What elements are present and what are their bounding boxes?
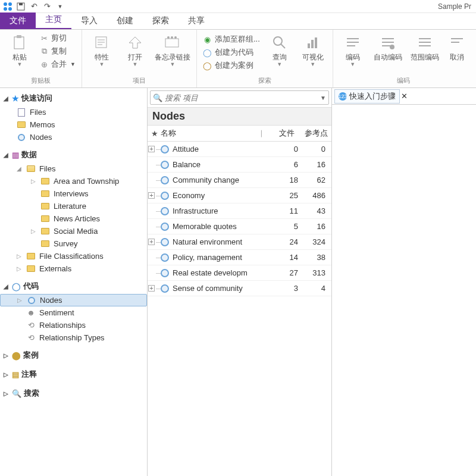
nav-header-notes[interactable]: ▷▤注释 [0,367,147,382]
create-code-button[interactable]: ◯创建为代码 [202,46,261,58]
nav-item-label: Literature [54,202,86,211]
tree-line: — [156,192,159,199]
collapse-icon[interactable]: ◢ [17,165,23,172]
nav-section-search: ▷🔍搜索 [0,386,147,401]
expand-icon[interactable]: ▷ [31,178,37,184]
nav-header-search[interactable]: ▷🔍搜索 [0,386,147,401]
tab-explore[interactable]: 探索 [143,12,178,29]
expand-icon[interactable]: + [148,192,155,199]
nav-item-relationships[interactable]: ⟲Relationships [0,319,147,331]
query-button[interactable]: 查询 ▼ [265,32,295,67]
search-box[interactable]: 🔍 ▼ [150,90,329,105]
properties-button[interactable]: 特性 ▼ [87,32,117,67]
cancel-code-button[interactable]: 取消 [445,32,469,61]
nav-header-cases[interactable]: ▷⬤案例 [0,347,147,363]
node-name: Economy [173,191,270,200]
tree-line: — [156,270,159,276]
expand-icon[interactable]: ▷ [17,297,23,303]
app-icon [2,1,13,12]
expand-icon[interactable]: ▷ [17,253,23,259]
search-input[interactable] [165,93,320,102]
open-label: 打开 [128,54,142,61]
column-header-name[interactable]: ★名称▏ [148,126,270,141]
cut-button[interactable]: ✂剪切 [38,32,77,44]
nav-item-quick-files[interactable]: Files [0,106,147,118]
tab-file[interactable]: 文件 [0,12,36,29]
node-ref-count: 313 [298,268,331,277]
node-row[interactable]: —Community change1862 [148,173,331,188]
nav-item-survey[interactable]: Survey [0,237,147,250]
cut-label: 剪切 [51,33,67,43]
expand-icon[interactable]: + [148,146,155,152]
node-row[interactable]: +—Natural environment24324 [148,234,331,250]
memo-link-button[interactable]: 备忘录链接 ▼ [154,32,192,67]
folder-icon [40,202,50,211]
expand-icon[interactable]: + [148,285,155,292]
tab-import[interactable]: 导入 [71,12,107,29]
copy-button[interactable]: ⧉复制 [38,45,77,57]
qat-dropdown-icon[interactable]: ▼ [55,1,65,12]
node-row[interactable]: —Infrastructure1143 [148,203,331,219]
relationship-icon: ⟲ [26,321,36,330]
database-icon: ▥ [12,151,19,159]
add-to-group-button[interactable]: ◉添加至群组... [202,33,261,45]
node-row[interactable]: —Memorable quotes516 [148,219,331,234]
nav-header-quick[interactable]: ◢ ★ 快速访问 [0,90,147,106]
node-row[interactable]: —Balance616 [148,157,331,173]
nav-item-file-classifications[interactable]: ▷File Classifications [0,250,147,262]
undo-icon[interactable]: ↶ [29,1,39,12]
redo-icon[interactable]: ↷ [42,1,52,12]
open-button[interactable]: 打开 ▼ [120,32,150,67]
nav-item-quick-nodes[interactable]: Nodes [0,131,147,143]
relationship-types-icon: ⟲ [26,334,36,342]
chart-icon [303,33,322,52]
close-tab-icon[interactable]: ✕ [401,92,408,101]
node-name: Real estate developm [173,268,270,277]
code-button[interactable]: 编码 ▼ [338,32,368,67]
tree-line: — [156,208,159,214]
nav-item-quick-memos[interactable]: Memos [0,118,147,131]
nav-item-social[interactable]: ▷Social Media [0,225,147,237]
chevron-down-icon: ▼ [17,61,23,67]
navigation-panel: ◢ ★ 快速访问 Files Memos Nodes ◢ ▥ 数据 ◢Files… [0,88,148,476]
nav-item-literature[interactable]: Literature [0,200,147,212]
nav-item-news[interactable]: News Articles [0,212,147,225]
save-icon[interactable] [15,1,26,12]
node-row[interactable]: —Policy, management1438 [148,250,331,265]
node-row[interactable]: +—Attitude00 [148,142,331,157]
nav-item-externals[interactable]: ▷Externals [0,262,147,275]
node-row[interactable]: —Real estate developm27313 [148,265,331,281]
create-case-button[interactable]: ◯创建为案例 [202,60,261,71]
detail-tab[interactable]: 123 快速入门步骤 [334,89,400,104]
tab-home[interactable]: 主页 [36,11,71,29]
nav-item-files[interactable]: ◢Files [0,162,147,175]
column-header-file[interactable]: 文件 [270,126,298,141]
nav-header-data[interactable]: ◢ ▥ 数据 [0,147,147,162]
tab-share[interactable]: 共享 [178,12,214,29]
nav-item-nodes[interactable]: ▷Nodes [0,294,147,306]
merge-button[interactable]: ⊕合并▼ [38,58,77,70]
code-section-icon: ◯ [12,282,21,291]
nav-item-area[interactable]: ▷Area and Township [0,175,147,187]
expand-icon[interactable]: + [148,239,155,245]
svg-rect-20 [315,37,317,48]
visualize-button[interactable]: 可视化 ▼ [298,32,328,67]
node-name: Natural environment [173,237,270,246]
node-row[interactable]: +—Economy25486 [148,188,331,203]
nav-item-label: Social Media [54,227,98,236]
chevron-down-icon: ▼ [310,61,315,67]
paste-button[interactable]: 粘贴 ▼ [5,32,35,67]
autocode-button[interactable]: 自动编码 [371,32,405,61]
tab-create[interactable]: 创建 [107,12,143,29]
range-code-button[interactable]: 范围编码 [408,32,441,61]
expand-icon[interactable]: ▷ [17,265,23,272]
nav-item-relationship-types[interactable]: ⟲Relationship Types [0,331,147,344]
chevron-down-icon[interactable]: ▼ [320,95,326,101]
nav-item-interviews[interactable]: Interviews [0,187,147,200]
nav-item-sentiment[interactable]: ☻Sentiment [0,306,147,319]
node-file-count: 18 [270,176,298,184]
column-header-ref[interactable]: 参考点 [298,126,331,141]
nav-header-code[interactable]: ◢ ◯ 代码 [0,278,147,294]
expand-icon[interactable]: ▷ [31,228,37,234]
node-row[interactable]: +—Sense of community34 [148,281,331,296]
